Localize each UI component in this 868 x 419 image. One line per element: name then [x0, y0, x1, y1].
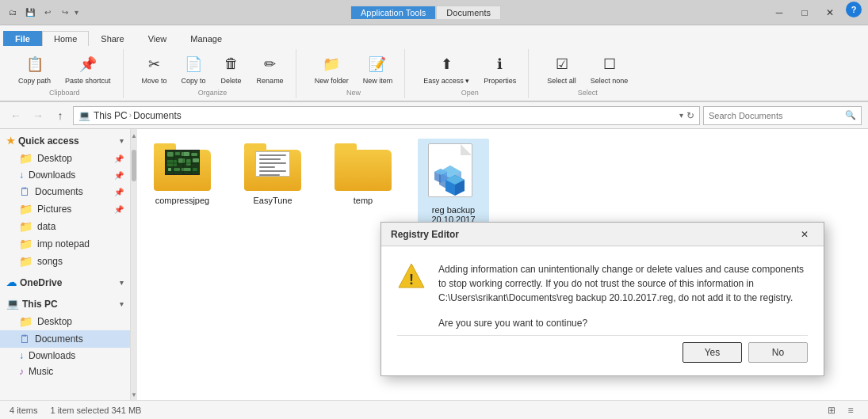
scroll-down-arrow[interactable]: ▼ — [132, 388, 136, 401]
sidebar-item-songs[interactable]: 📁 songs — [0, 253, 130, 270]
ribbon-btn-select-none[interactable]: ☐ Select none — [585, 51, 634, 87]
tab-home[interactable]: Home — [42, 31, 89, 46]
file-item-compressjpeg[interactable]: compressjpeg — [147, 139, 218, 229]
sidebar-desktop-pc-label: Desktop — [37, 316, 72, 327]
qab-undo[interactable]: ↩ — [40, 5, 55, 21]
modal-title: Registry Editor — [391, 229, 459, 240]
scroll-up-arrow[interactable]: ▲ — [132, 129, 136, 142]
ribbon-group-new: 📁 New folder 📝 New item New — [303, 49, 406, 98]
sidebar-quick-access-header[interactable]: ★ Quick access ▾ — [0, 132, 130, 150]
svg-rect-1 — [167, 152, 174, 157]
onedrive-label: OneDrive — [20, 277, 62, 288]
modal-no-button[interactable]: No — [748, 342, 808, 363]
modal-yes-button[interactable]: Yes — [683, 342, 742, 363]
tab-file[interactable]: File — [3, 31, 42, 46]
sidebar-item-desktop-pc[interactable]: 📁 Desktop — [0, 313, 130, 330]
open-icon: ⬆ — [435, 53, 457, 75]
sidebar-desktop-label: Desktop — [37, 153, 72, 164]
item-count: 4 items — [10, 406, 37, 415]
docs-tab[interactable]: Documents — [436, 6, 501, 19]
properties-icon: ℹ — [489, 53, 511, 75]
this-pc-label[interactable]: This PC — [94, 110, 128, 121]
sidebar-downloads-pc-label: Downloads — [29, 350, 75, 361]
ribbon-btn-properties[interactable]: ℹ Properties — [478, 51, 522, 87]
scroll-thumb[interactable] — [132, 150, 136, 181]
sidebar-item-documents-qa[interactable]: 🗒 Documents 📌 — [0, 183, 130, 200]
refresh-icon[interactable]: ↻ — [686, 110, 694, 121]
select-label: Select — [578, 89, 598, 97]
documents-icon-qa: 🗒 — [19, 185, 30, 198]
sidebar-thispc-header[interactable]: 💻 This PC ▾ — [0, 295, 130, 313]
sidebar-item-imp-notepad[interactable]: 📁 imp notepad — [0, 235, 130, 253]
title-bar-icons: 🗂 💾 ↩ ↪ ▾ — [6, 5, 78, 21]
folder-compressjpeg-thumb — [154, 143, 211, 191]
app-tools-tab[interactable]: Application Tools — [350, 6, 436, 19]
documents-label[interactable]: Documents — [133, 110, 182, 121]
qab-redo[interactable]: ↪ — [57, 5, 73, 21]
svg-rect-6 — [178, 158, 185, 163]
ribbon-btn-move[interactable]: ✂ Move to — [136, 51, 173, 87]
file-item-easytune[interactable]: EasyTune — [237, 139, 308, 229]
modal-close-button[interactable]: ✕ — [795, 226, 814, 243]
sidebar-item-documents-pc[interactable]: 🗒 Documents — [0, 330, 130, 348]
view-grid-button[interactable]: ⊞ — [824, 403, 839, 417]
address-right: ▾ ↻ — [679, 110, 694, 121]
maximize-button[interactable]: □ — [792, 2, 817, 24]
close-button[interactable]: ✕ — [817, 2, 843, 24]
sidebar-item-music-pc[interactable]: ♪ Music — [0, 364, 130, 379]
sidebar-documents-qa-label: Documents — [35, 186, 83, 197]
search-box[interactable]: 🔍 — [703, 106, 862, 125]
view-list-button[interactable]: ≡ — [843, 403, 858, 417]
organize-label: Organize — [198, 89, 228, 97]
tab-manage[interactable]: Manage — [178, 31, 234, 46]
forward-button[interactable]: → — [29, 106, 48, 125]
tab-share[interactable]: Share — [89, 31, 136, 46]
file-name-compressjpeg: compressjpeg — [155, 196, 209, 205]
pin-icon-desktop: 📌 — [114, 154, 124, 163]
downloads-arrow-icon: ↓ — [19, 170, 24, 181]
sidebar-onedrive-header[interactable]: ☁ OneDrive ▾ — [0, 273, 130, 291]
file-item-reg-backup[interactable]: reg backup 20.10.2017 — [418, 139, 489, 229]
ribbon-btn-rename[interactable]: ✏ Rename — [251, 51, 289, 87]
ribbon: File Home Share View Manage 📋 Copy path … — [0, 25, 868, 102]
sidebar: ★ Quick access ▾ 📁 Desktop 📌 ↓ Downloads… — [0, 129, 131, 401]
sidebar-scrollbar[interactable]: ▲ ▼ — [131, 129, 137, 401]
star-icon: ★ — [6, 135, 15, 147]
sidebar-item-downloads-pc[interactable]: ↓ Downloads — [0, 348, 130, 364]
file-item-temp[interactable]: temp — [327, 139, 399, 229]
file-name-easytune: EasyTune — [253, 196, 292, 205]
up-button[interactable]: ↑ — [51, 106, 70, 125]
status-bar: 4 items 1 item selected 341 MB ⊞ ≡ — [0, 400, 868, 419]
ribbon-btn-new-folder[interactable]: 📁 New folder — [309, 51, 354, 87]
tab-view[interactable]: View — [136, 31, 179, 46]
downloads-pc-icon: ↓ — [19, 350, 24, 361]
sidebar-music-label: Music — [29, 366, 53, 377]
sidebar-item-data[interactable]: 📁 data — [0, 218, 130, 235]
file-name-temp: temp — [354, 196, 373, 205]
back-button[interactable]: ← — [6, 106, 25, 125]
ribbon-btn-copy[interactable]: 📄 Copy to — [176, 51, 212, 87]
sidebar-item-downloads[interactable]: ↓ Downloads 📌 — [0, 167, 130, 183]
help-button[interactable]: ? — [846, 2, 862, 17]
address-dropdown-icon[interactable]: ▾ — [679, 111, 683, 120]
ribbon-btn-open[interactable]: ⬆ Easy access ▾ — [418, 51, 475, 87]
qab-dropdown[interactable]: ▾ — [75, 8, 78, 17]
ribbon-btn-paste-shortcut[interactable]: 📌 Paste shortcut — [59, 51, 117, 87]
move-icon: ✂ — [143, 53, 166, 75]
registry-editor-dialog[interactable]: Registry Editor ✕ ! Adding information c… — [380, 222, 824, 376]
qab-save[interactable]: 💾 — [22, 5, 38, 21]
ribbon-btn-new-item[interactable]: 📝 New item — [358, 51, 399, 87]
ribbon-btn-delete[interactable]: 🗑 Delete — [215, 51, 248, 87]
sidebar-item-desktop[interactable]: 📁 Desktop 📌 — [0, 150, 130, 167]
minimize-button[interactable]: ─ — [767, 2, 792, 24]
ribbon-btn-copy-path[interactable]: 📋 Copy path — [13, 51, 56, 87]
svg-rect-12 — [193, 168, 197, 171]
search-input[interactable] — [709, 111, 845, 120]
ribbon-btn-select-all[interactable]: ☑ Select all — [541, 51, 582, 87]
address-box[interactable]: 💻 This PC › Documents ▾ ↻ — [73, 106, 700, 125]
open-label: Open — [461, 89, 479, 97]
ribbon-group-clipboard: 📋 Copy path 📌 Paste shortcut Clipboard — [6, 49, 124, 98]
sidebar-item-pictures[interactable]: 📁 Pictures 📌 — [0, 200, 130, 218]
pictures-icon: 📁 — [19, 203, 33, 215]
onedrive-icon: ☁ — [6, 276, 17, 288]
